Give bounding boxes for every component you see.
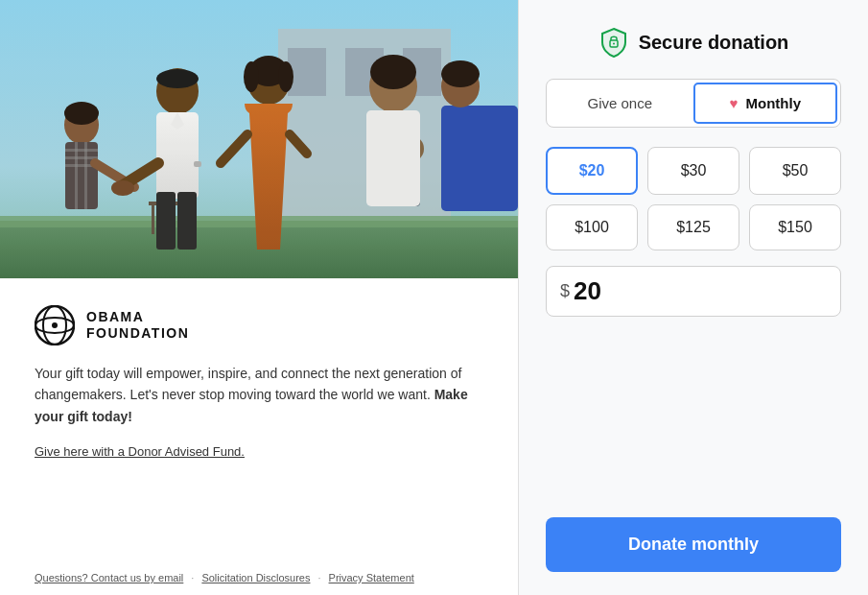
svg-rect-44 xyxy=(0,0,518,278)
hero-image xyxy=(0,0,518,278)
logo-area: OBAMA FOUNDATION xyxy=(35,305,483,345)
privacy-link[interactable]: Privacy Statement xyxy=(329,572,414,583)
give-once-tab[interactable]: Give once xyxy=(550,83,691,124)
donate-monthly-button[interactable]: Donate monthly xyxy=(546,517,841,572)
currency-symbol: $ xyxy=(560,281,570,301)
svg-point-50 xyxy=(613,43,615,45)
daf-link[interactable]: Give here with a Donor Advised Fund. xyxy=(35,444,245,459)
contact-link[interactable]: Questions? Contact us by email xyxy=(35,572,183,583)
amount-btn-100[interactable]: $100 xyxy=(546,204,638,250)
amount-btn-125[interactable]: $125 xyxy=(647,204,739,250)
footer-links: Questions? Contact us by email · Solicit… xyxy=(0,560,518,595)
secure-header: Secure donation xyxy=(546,27,841,58)
amount-grid: $20 $30 $50 $100 $125 $150 xyxy=(546,147,841,250)
monthly-tab[interactable]: ♥ Monthly xyxy=(693,83,838,124)
amount-btn-50[interactable]: $50 xyxy=(749,147,841,195)
svg-point-48 xyxy=(52,322,58,328)
logo-name: OBAMA xyxy=(86,309,189,325)
frequency-tabs: Give once ♥ Monthly xyxy=(546,79,841,128)
amount-btn-20[interactable]: $20 xyxy=(546,147,638,195)
amount-input[interactable] xyxy=(574,276,868,306)
content-area: OBAMA FOUNDATION Your gift today will em… xyxy=(0,278,518,560)
heart-icon: ♥ xyxy=(729,95,738,111)
amount-btn-150[interactable]: $150 xyxy=(749,204,841,250)
right-panel: Secure donation Give once ♥ Monthly $20 … xyxy=(518,0,868,595)
spacer xyxy=(546,336,841,517)
amount-btn-30[interactable]: $30 xyxy=(647,147,739,195)
secure-shield-icon xyxy=(598,27,629,58)
logo-text: OBAMA FOUNDATION xyxy=(86,309,189,342)
description-text: Your gift today will empower, inspire, a… xyxy=(35,363,483,427)
left-panel: OBAMA FOUNDATION Your gift today will em… xyxy=(0,0,518,595)
logo-sub: FOUNDATION xyxy=(86,325,189,342)
custom-amount-row: $ USD ▾ xyxy=(546,266,841,317)
footer-sep-1: · xyxy=(191,572,194,583)
obama-foundation-logo-icon xyxy=(35,305,75,345)
disclosures-link[interactable]: Solicitation Disclosures xyxy=(201,572,310,583)
people-scene xyxy=(0,0,518,278)
footer-sep-2: · xyxy=(317,572,320,583)
secure-donation-title: Secure donation xyxy=(639,32,789,54)
